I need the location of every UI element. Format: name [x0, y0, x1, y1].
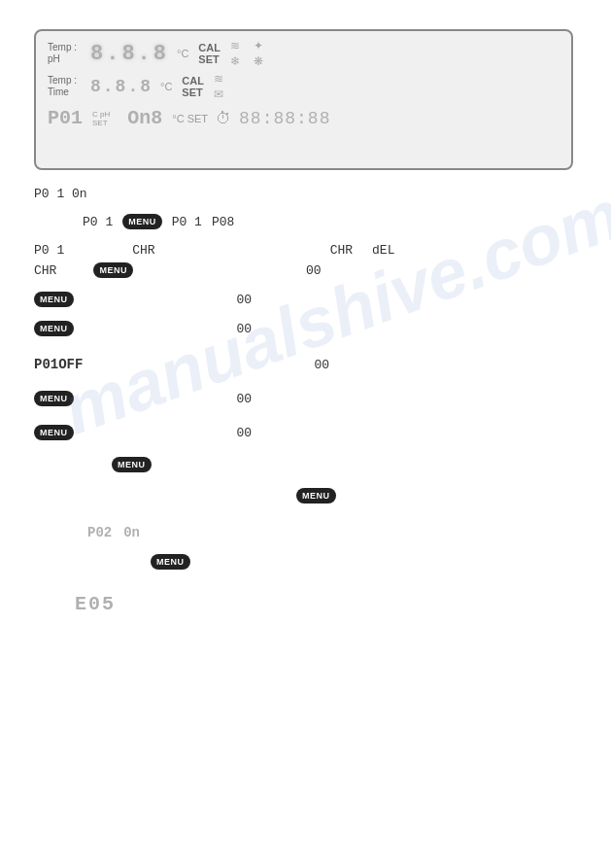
lcd-unit-1: °C — [177, 48, 188, 59]
lcd-ph-label: pH — [48, 53, 60, 64]
line-po1-on: P0 1 0n — [34, 187, 87, 201]
text-chr-1: CHR — [132, 243, 154, 258]
lcd-po-text: P01 — [48, 107, 83, 129]
lcd-time-value: 88:88:88 — [239, 109, 330, 128]
text-po1-a: P0 1 — [83, 215, 113, 229]
lcd-cal-2: CAL — [182, 75, 204, 87]
menu-btn-1[interactable]: MENU — [122, 214, 162, 229]
lcd-digits-2: 8.8.8 — [90, 77, 153, 96]
lcd-row-1: Temp : pH 8.8.8 °C CAL SET ≋ ❄ ✦ ❋ — [48, 39, 560, 68]
lcd-icons-1: ≋ ❄ — [230, 39, 240, 68]
menu-btn-3[interactable]: MENU — [34, 292, 74, 307]
text-00-off: 00 — [314, 358, 329, 372]
menu-btn-5[interactable]: MENU — [34, 391, 74, 406]
lcd-row-3: P01 C pH SET On8 °C SET ⏱ 88:88:88 — [48, 107, 560, 129]
line-po1-chr: P0 1 CHR CHR dEL — [34, 243, 577, 258]
lcd-temp2-label: Temp : — [48, 75, 77, 86]
text-po1-b: P0 1 — [172, 215, 202, 229]
line-menu-00-4: MENU 00 — [34, 425, 252, 440]
line-menu-po2: MENU — [151, 554, 190, 570]
lcd-po-value: P01 — [48, 107, 83, 129]
line-chr-menu: CHR MENU 00 — [34, 262, 322, 278]
line-menu-center: MENU — [112, 457, 152, 472]
text-00-3: 00 — [237, 322, 253, 336]
text-chr-2: CHR — [330, 243, 353, 258]
lcd-flame-icon-2: ≋ — [214, 72, 223, 86]
lcd-mail-icon: ✉ — [214, 87, 223, 101]
line-po1-menu: P0 1 MENU P0 1 P08 — [83, 214, 234, 229]
lcd-set-2: SET — [182, 87, 204, 98]
lcd-cal-1: CAL — [198, 42, 221, 53]
menu-btn-9[interactable]: MENU — [151, 554, 190, 570]
menu-btn-8[interactable]: MENU — [296, 488, 336, 503]
lcd-cal-set-2: CAL SET — [182, 75, 204, 98]
lcd-on-value: On8 — [127, 107, 162, 129]
text-00-1: 00 — [306, 263, 322, 278]
lcd-time-label: Time — [48, 87, 69, 97]
menu-btn-4[interactable]: MENU — [34, 321, 74, 336]
line-menu-00-1: MENU 00 — [34, 292, 252, 307]
line-po2-on: P02 0n — [87, 525, 140, 540]
menu-btn-7[interactable]: MENU — [112, 457, 152, 472]
lcd-unit-2: °C — [160, 81, 172, 92]
lcd-po-sublabel: C pH SET — [92, 110, 110, 127]
line-menu-right: MENU — [296, 488, 336, 503]
lcd-icons-2: ≋ ✉ — [214, 72, 223, 101]
line-menu-00-2: MENU 00 — [34, 321, 252, 336]
lcd-label-temp-time: Temp : Time — [48, 75, 85, 98]
lcd-snow-icon: ❄ — [230, 54, 240, 68]
menu-btn-6[interactable]: MENU — [34, 425, 74, 440]
lcd-extra-icon-2: ❋ — [254, 54, 263, 68]
lcd-set-1: SET — [198, 53, 221, 65]
text-po1-c: P0 1 — [34, 243, 64, 258]
line-po1off: P01OFF 00 — [34, 357, 577, 372]
lcd-set-unit: °C SET — [172, 113, 208, 124]
lcd-label-temp-ph: Temp : pH — [48, 42, 85, 65]
text-00-5: 00 — [237, 426, 253, 440]
lcd-extra-icon-1: ✦ — [254, 39, 263, 52]
text-00-2: 00 — [237, 293, 253, 307]
lcd-clock-icon: ⏱ — [216, 110, 231, 127]
text-chr-left: CHR — [34, 263, 56, 278]
lcd-icons-extra-1: ✦ ❋ — [254, 39, 263, 68]
text-po2: P02 — [87, 525, 112, 540]
line-eos: E05 — [75, 593, 116, 615]
lcd-panel: Temp : pH 8.8.8 °C CAL SET ≋ ❄ ✦ ❋ Temp … — [34, 29, 573, 170]
lcd-row-2: Temp : Time 8.8.8 °C CAL SET ≋ ✉ — [48, 72, 560, 101]
lcd-cal-set-1: CAL SET — [198, 42, 221, 65]
text-del: dEL — [372, 243, 394, 258]
text-po8: P08 — [212, 215, 234, 229]
line-menu-00-3: MENU 00 — [34, 391, 252, 406]
lcd-temp-label: Temp : — [48, 42, 77, 52]
text-po1off: P01OFF — [34, 357, 83, 372]
lcd-digits-1: 8.8.8 — [90, 42, 169, 66]
text-eos: E05 — [75, 593, 116, 615]
text-00-4: 00 — [237, 392, 253, 406]
text-on2: 0n — [123, 525, 140, 540]
menu-btn-2[interactable]: MENU — [93, 262, 133, 278]
lcd-flame-icon: ≋ — [230, 39, 240, 52]
